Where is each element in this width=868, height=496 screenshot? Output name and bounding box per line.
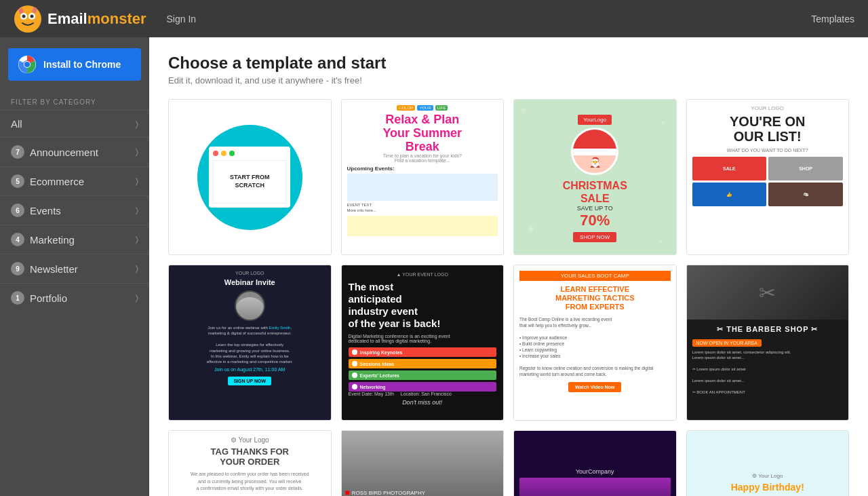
sidebar-item-events[interactable]: 6 Events 〉 <box>0 195 149 225</box>
filter-label: Filter by Category <box>0 92 149 110</box>
template-card-barber[interactable]: ✂ ✂ THE BARBER SHOP ✂ NOW OPEN IN YOUR A… <box>686 265 850 421</box>
template-card-webinar[interactable]: YOUR LOGO Webinar Invite Join us for an … <box>168 265 332 421</box>
event-row-sessions: Sessions Ideas <box>349 359 497 368</box>
youre-preview: YOUR LOGO YOU'RE ONOUR LIST! WHAT DO YOU… <box>687 100 849 254</box>
photo-hero: ■ ROSS BIRD PHOTOGRAPHY Where ○ Photogra… <box>342 431 504 496</box>
chevron-right-icon: 〉 <box>136 264 138 273</box>
photo-logo-text: ■ ROSS BIRD PHOTOGRAPHY Where ○ Photogra… <box>345 488 426 496</box>
webinar-cta: SIGN UP NOW <box>228 377 271 385</box>
sidebar-item-all[interactable]: All 〉 <box>0 110 149 137</box>
template-card-birthday[interactable]: ⚙ Your Logo Happy Birthday! 🎂 Wishing yo… <box>686 430 850 496</box>
thankyou-title: TAG THANKS FORYOUR ORDER <box>174 446 326 467</box>
marketing-title: LEARN EFFECTIVEMARKETING TACTICSFROM EXP… <box>519 285 671 312</box>
row-dot <box>352 361 357 366</box>
sidebar-item-all-label: All <box>11 118 22 130</box>
sidebar-item-marketing[interactable]: 4 Marketing 〉 <box>0 225 149 254</box>
event-tagline: Don't miss out! <box>349 399 497 406</box>
sidebar-item-portfolio-label: Portfolio <box>30 292 67 304</box>
summer-bottom-img <box>347 216 498 236</box>
logo-area[interactable]: Emailmonster <box>14 5 146 33</box>
barber-logo: ✂ THE BARBER SHOP ✂ <box>692 325 844 334</box>
sidebar-item-newsletter-label: Newsletter <box>30 263 78 275</box>
template-card-marketing[interactable]: YOUR SALES BOOT CAMP LEARN EFFECTIVEMARK… <box>513 265 677 421</box>
sidebar-item-ecommerce-label: Ecommerce <box>30 176 84 187</box>
barber-body: Lorem ipsum dolor sit amet, consectetur … <box>692 349 844 395</box>
webinar-avatar <box>235 290 265 321</box>
dot-red <box>213 151 218 156</box>
marketing-body: The Boot Camp Online is a live recording… <box>519 316 671 378</box>
svg-point-10 <box>24 62 30 67</box>
sidebar-item-newsletter[interactable]: 9 Newsletter 〉 <box>0 254 149 283</box>
newsletter-badge: 9 <box>11 262 24 275</box>
install-btn-label: Install to Chrome <box>43 59 121 70</box>
marketing-header: YOUR SALES BOOT CAMP <box>519 271 671 281</box>
sidebar: Install to Chrome Filter by Category All… <box>0 37 149 496</box>
sidebar-item-newsletter-left: 9 Newsletter <box>11 262 78 275</box>
webinar-body: Join us for an online webinar with Emily… <box>174 325 326 365</box>
template-card-thankyou[interactable]: ⚙ Your Logo TAG THANKS FORYOUR ORDER We … <box>168 430 332 496</box>
svg-point-4 <box>31 14 34 18</box>
signin-button[interactable]: Sign In <box>167 14 197 24</box>
barber-preview: ✂ ✂ THE BARBER SHOP ✂ NOW OPEN IN YOUR A… <box>687 265 849 420</box>
template-card-photo[interactable]: ■ ROSS BIRD PHOTOGRAPHY Where ○ Photogra… <box>341 430 505 496</box>
scratch-browser-content: START FROMSCRATCH <box>213 160 286 204</box>
event-title: The mostanticipatedindustry eventof the … <box>349 281 497 330</box>
webinar-logo: YOUR LOGO <box>174 271 326 275</box>
template-card-scratch[interactable]: START FROMSCRATCH <box>168 99 332 255</box>
header-left: Emailmonster Sign In <box>14 5 196 33</box>
barber-icon: ✂ <box>759 281 776 305</box>
birthday-preview: ⚙ Your Logo Happy Birthday! 🎂 Wishing yo… <box>687 431 849 496</box>
chevron-right-icon: 〉 <box>136 206 138 215</box>
logo-monster-icon <box>14 5 42 33</box>
tag-color2: YOUR <box>417 105 433 111</box>
chevron-right-icon: 〉 <box>136 147 138 157</box>
logo-monster-text: monster <box>87 10 146 27</box>
event-preview: ▲ YOUR EVENT LOGO The mostanticipatedind… <box>342 265 504 420</box>
row-dot <box>352 373 357 378</box>
avatar-silhouette <box>236 297 264 320</box>
browser-dots <box>213 151 286 156</box>
template-card-christmas[interactable]: ❄ ❄ ❄ ❄ YourLogo 🎅 CHRISTMASSALE <box>513 99 677 255</box>
thankyou-logo: ⚙ Your Logo <box>174 436 326 444</box>
sidebar-item-portfolio[interactable]: 1 Portfolio 〉 <box>0 283 149 312</box>
template-card-event[interactable]: ▲ YOUR EVENT LOGO The mostanticipatedind… <box>341 265 505 421</box>
marketing-preview: YOUR SALES BOOT CAMP LEARN EFFECTIVEMARK… <box>514 265 676 420</box>
christmas-logo: YourLogo <box>578 115 612 125</box>
logo-text: Emailmonster <box>47 10 146 28</box>
youre-item-shop: SHOP <box>768 157 843 180</box>
barber-hero-image: ✂ <box>687 265 849 320</box>
layout: Install to Chrome Filter by Category All… <box>0 37 868 496</box>
template-card-concert[interactable]: YourCompany 🎵 Live Concert EventDon't Mi… <box>513 430 677 496</box>
event-row-networking: Networking <box>349 382 497 392</box>
birthday-logo: ⚙ Your Logo <box>752 473 783 479</box>
main-title: Choose a template and start <box>168 54 849 73</box>
christmas-pct: 70% <box>563 212 627 229</box>
template-card-summer[interactable]: COLOR YOUR LIFE Relax & PlanYour SummerB… <box>341 99 505 255</box>
christmas-preview: ❄ ❄ ❄ ❄ YourLogo 🎅 CHRISTMASSALE <box>514 100 676 254</box>
events-badge: 6 <box>11 204 24 217</box>
youre-item-bag: 🛍 <box>768 183 843 206</box>
install-to-chrome-button[interactable]: Install to Chrome <box>8 48 141 81</box>
chevron-right-icon: 〉 <box>136 176 138 186</box>
sidebar-item-announcement[interactable]: 7 Announcement 〉 <box>0 137 149 166</box>
event-row-lectures: Experts' Lectures <box>349 370 497 380</box>
birthday-title: Happy Birthday! <box>731 482 804 493</box>
template-card-youre-on-list[interactable]: YOUR LOGO YOU'RE ONOUR LIST! WHAT DO YOU… <box>686 99 850 255</box>
sidebar-item-ecommerce[interactable]: 5 Ecommerce 〉 <box>0 166 149 195</box>
summer-event-text: EVENT TEXTMore info here... <box>347 203 498 214</box>
dot-yellow <box>221 151 226 156</box>
sidebar-item-events-label: Events <box>30 205 61 216</box>
summer-preview: COLOR YOUR LIFE Relax & PlanYour SummerB… <box>342 100 504 254</box>
summer-sub: Time to plan a vacation for your kids?Fi… <box>347 153 498 163</box>
chevron-right-icon: 〉 <box>136 119 138 129</box>
announcement-badge: 7 <box>11 145 24 159</box>
christmas-title: CHRISTMASSALE <box>563 179 627 205</box>
logo-email-text: Email <box>47 10 87 27</box>
thankyou-preview: ⚙ Your Logo TAG THANKS FORYOUR ORDER We … <box>169 431 331 496</box>
summer-upcoming: Upcoming Events: <box>347 166 498 172</box>
photo-preview: ■ ROSS BIRD PHOTOGRAPHY Where ○ Photogra… <box>342 431 504 496</box>
chevron-right-icon: 〉 <box>136 293 138 303</box>
christmas-save: SAVE UP TO <box>563 205 627 212</box>
youre-logo: YOUR LOGO <box>692 105 844 111</box>
barber-img-bg: ✂ <box>687 265 849 320</box>
